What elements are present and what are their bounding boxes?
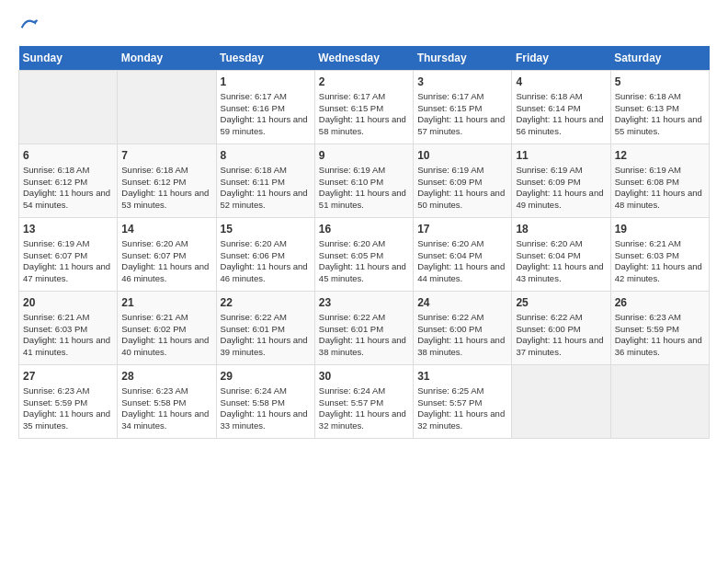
day-number: 20 xyxy=(23,295,113,310)
calendar-cell: 7Sunrise: 6:18 AM Sunset: 6:12 PM Daylig… xyxy=(118,144,216,217)
day-number: 30 xyxy=(319,369,409,384)
calendar-cell: 21Sunrise: 6:21 AM Sunset: 6:02 PM Dayli… xyxy=(118,291,216,364)
calendar-cell: 23Sunrise: 6:22 AM Sunset: 6:01 PM Dayli… xyxy=(314,291,413,364)
calendar-cell: 28Sunrise: 6:23 AM Sunset: 5:58 PM Dayli… xyxy=(118,364,216,438)
calendar-cell: 17Sunrise: 6:20 AM Sunset: 6:04 PM Dayli… xyxy=(414,217,512,291)
day-info: Sunrise: 6:20 AM Sunset: 6:06 PM Dayligh… xyxy=(221,238,311,285)
day-info: Sunrise: 6:23 AM Sunset: 5:59 PM Dayligh… xyxy=(615,312,705,359)
day-number: 11 xyxy=(516,148,606,163)
calendar-cell: 31Sunrise: 6:25 AM Sunset: 5:57 PM Dayli… xyxy=(414,364,512,438)
day-number: 22 xyxy=(221,295,311,310)
calendar-header: SundayMondayTuesdayWednesdayThursdayFrid… xyxy=(19,46,710,71)
calendar-cell: 9Sunrise: 6:19 AM Sunset: 6:10 PM Daylig… xyxy=(314,144,413,217)
calendar-cell: 24Sunrise: 6:22 AM Sunset: 6:00 PM Dayli… xyxy=(414,291,512,364)
day-number: 19 xyxy=(615,222,705,236)
day-info: Sunrise: 6:22 AM Sunset: 6:00 PM Dayligh… xyxy=(417,312,507,359)
day-number: 25 xyxy=(516,295,606,310)
calendar-cell: 14Sunrise: 6:20 AM Sunset: 6:07 PM Dayli… xyxy=(118,217,216,291)
day-info: Sunrise: 6:21 AM Sunset: 6:03 PM Dayligh… xyxy=(615,238,705,285)
day-info: Sunrise: 6:22 AM Sunset: 6:01 PM Dayligh… xyxy=(221,312,311,359)
day-number: 23 xyxy=(319,295,409,310)
calendar-cell: 22Sunrise: 6:22 AM Sunset: 6:01 PM Dayli… xyxy=(216,291,314,364)
calendar-week-5: 27Sunrise: 6:23 AM Sunset: 5:59 PM Dayli… xyxy=(19,364,710,438)
day-number: 28 xyxy=(121,369,211,384)
logo-text xyxy=(18,15,39,39)
calendar-cell: 4Sunrise: 6:18 AM Sunset: 6:14 PM Daylig… xyxy=(512,70,610,144)
calendar-cell: 2Sunrise: 6:17 AM Sunset: 6:15 PM Daylig… xyxy=(314,70,413,144)
column-header-friday: Friday xyxy=(512,46,610,71)
day-number: 18 xyxy=(516,222,606,236)
column-header-tuesday: Tuesday xyxy=(216,46,314,71)
day-number: 29 xyxy=(221,369,311,384)
day-number: 3 xyxy=(417,75,507,89)
calendar-cell: 10Sunrise: 6:19 AM Sunset: 6:09 PM Dayli… xyxy=(414,144,512,217)
day-number: 15 xyxy=(221,222,311,236)
calendar-cell xyxy=(512,364,610,438)
day-number: 13 xyxy=(23,222,113,236)
column-header-monday: Monday xyxy=(118,46,216,71)
day-info: Sunrise: 6:19 AM Sunset: 6:08 PM Dayligh… xyxy=(615,165,705,212)
day-info: Sunrise: 6:19 AM Sunset: 6:07 PM Dayligh… xyxy=(23,238,113,285)
calendar-cell: 26Sunrise: 6:23 AM Sunset: 5:59 PM Dayli… xyxy=(610,291,709,364)
day-number: 10 xyxy=(417,148,507,163)
calendar-cell xyxy=(610,364,709,438)
calendar-cell: 3Sunrise: 6:17 AM Sunset: 6:15 PM Daylig… xyxy=(414,70,512,144)
calendar-cell: 27Sunrise: 6:23 AM Sunset: 5:59 PM Dayli… xyxy=(19,364,118,438)
calendar-week-3: 13Sunrise: 6:19 AM Sunset: 6:07 PM Dayli… xyxy=(19,217,710,291)
calendar-cell xyxy=(19,70,118,144)
calendar-cell: 29Sunrise: 6:24 AM Sunset: 5:58 PM Dayli… xyxy=(216,364,314,438)
day-info: Sunrise: 6:18 AM Sunset: 6:14 PM Dayligh… xyxy=(516,91,606,138)
day-number: 5 xyxy=(615,75,705,89)
day-info: Sunrise: 6:23 AM Sunset: 5:58 PM Dayligh… xyxy=(121,385,211,432)
column-header-thursday: Thursday xyxy=(414,46,512,71)
day-info: Sunrise: 6:23 AM Sunset: 5:59 PM Dayligh… xyxy=(23,385,113,432)
calendar-cell: 15Sunrise: 6:20 AM Sunset: 6:06 PM Dayli… xyxy=(216,217,314,291)
day-info: Sunrise: 6:17 AM Sunset: 6:16 PM Dayligh… xyxy=(221,91,311,138)
day-info: Sunrise: 6:20 AM Sunset: 6:07 PM Dayligh… xyxy=(121,238,211,285)
day-info: Sunrise: 6:18 AM Sunset: 6:12 PM Dayligh… xyxy=(23,165,113,212)
logo-icon xyxy=(20,15,39,33)
calendar-cell: 19Sunrise: 6:21 AM Sunset: 6:03 PM Dayli… xyxy=(610,217,709,291)
calendar-cell: 18Sunrise: 6:20 AM Sunset: 6:04 PM Dayli… xyxy=(512,217,610,291)
day-number: 26 xyxy=(615,295,705,310)
day-info: Sunrise: 6:24 AM Sunset: 5:57 PM Dayligh… xyxy=(319,385,409,432)
day-info: Sunrise: 6:19 AM Sunset: 6:10 PM Dayligh… xyxy=(319,165,409,212)
day-info: Sunrise: 6:25 AM Sunset: 5:57 PM Dayligh… xyxy=(417,385,507,432)
day-number: 21 xyxy=(121,295,211,310)
calendar-cell: 5Sunrise: 6:18 AM Sunset: 6:13 PM Daylig… xyxy=(610,70,709,144)
day-info: Sunrise: 6:22 AM Sunset: 6:01 PM Dayligh… xyxy=(319,312,409,359)
day-info: Sunrise: 6:20 AM Sunset: 6:05 PM Dayligh… xyxy=(319,238,409,285)
day-number: 31 xyxy=(417,369,507,384)
calendar-week-1: 1Sunrise: 6:17 AM Sunset: 6:16 PM Daylig… xyxy=(19,70,710,144)
logo xyxy=(18,15,39,37)
day-number: 17 xyxy=(417,222,507,236)
day-number: 16 xyxy=(319,222,409,236)
column-header-sunday: Sunday xyxy=(19,46,118,71)
day-number: 27 xyxy=(23,369,113,384)
day-number: 24 xyxy=(417,295,507,310)
column-header-saturday: Saturday xyxy=(610,46,709,71)
day-number: 1 xyxy=(221,75,311,89)
calendar-cell: 8Sunrise: 6:18 AM Sunset: 6:11 PM Daylig… xyxy=(216,144,314,217)
day-info: Sunrise: 6:19 AM Sunset: 6:09 PM Dayligh… xyxy=(516,165,606,212)
calendar-cell: 30Sunrise: 6:24 AM Sunset: 5:57 PM Dayli… xyxy=(314,364,413,438)
day-info: Sunrise: 6:17 AM Sunset: 6:15 PM Dayligh… xyxy=(417,91,507,138)
day-number: 2 xyxy=(319,75,409,89)
calendar-body: 1Sunrise: 6:17 AM Sunset: 6:16 PM Daylig… xyxy=(19,70,710,438)
calendar-cell: 11Sunrise: 6:19 AM Sunset: 6:09 PM Dayli… xyxy=(512,144,610,217)
day-info: Sunrise: 6:18 AM Sunset: 6:13 PM Dayligh… xyxy=(615,91,705,138)
calendar-cell: 25Sunrise: 6:22 AM Sunset: 6:00 PM Dayli… xyxy=(512,291,610,364)
day-number: 12 xyxy=(615,148,705,163)
day-number: 6 xyxy=(23,148,113,163)
day-number: 8 xyxy=(221,148,311,163)
day-info: Sunrise: 6:21 AM Sunset: 6:02 PM Dayligh… xyxy=(121,312,211,359)
calendar-cell: 6Sunrise: 6:18 AM Sunset: 6:12 PM Daylig… xyxy=(19,144,118,217)
column-header-wednesday: Wednesday xyxy=(314,46,413,71)
day-info: Sunrise: 6:21 AM Sunset: 6:03 PM Dayligh… xyxy=(23,312,113,359)
day-info: Sunrise: 6:18 AM Sunset: 6:12 PM Dayligh… xyxy=(121,165,211,212)
calendar-cell: 1Sunrise: 6:17 AM Sunset: 6:16 PM Daylig… xyxy=(216,70,314,144)
calendar-cell: 12Sunrise: 6:19 AM Sunset: 6:08 PM Dayli… xyxy=(610,144,709,217)
day-number: 9 xyxy=(319,148,409,163)
day-info: Sunrise: 6:17 AM Sunset: 6:15 PM Dayligh… xyxy=(319,91,409,138)
day-info: Sunrise: 6:22 AM Sunset: 6:00 PM Dayligh… xyxy=(516,312,606,359)
